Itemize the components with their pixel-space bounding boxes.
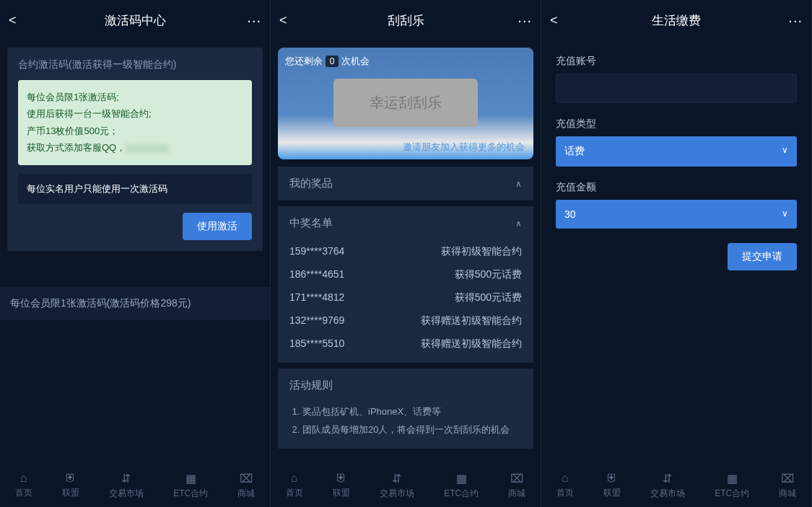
nav-market[interactable]: ⇵交易市场 [109, 472, 144, 500]
invite-link[interactable]: 邀请朋友加入获得更多的机会 [403, 141, 525, 154]
winners-list: 159****3764获得初级智能合约 186****4651获得500元话费 … [278, 240, 533, 363]
content: 您还剩余 0 次机会 幸运刮刮乐 邀请朋友加入获得更多的机会 我的奖品 ∧ 中奖… [271, 40, 541, 507]
my-prizes-accordion[interactable]: 我的奖品 ∧ [278, 167, 533, 200]
chevron-up-icon: ∧ [515, 179, 522, 189]
content: 合约激活码(激活获得一级智能合约) 每位会员限1张激活码; 使用后获得一台一级智… [0, 40, 270, 507]
mall-icon: ⌧ [240, 472, 253, 485]
content: 充值账号 充值类型 话费 充值金额 30 提交申请 [541, 40, 811, 507]
market-icon: ⇵ [392, 472, 401, 485]
back-button[interactable]: < [9, 13, 29, 28]
scratch-area[interactable]: 幸运刮刮乐 [333, 79, 478, 127]
account-input[interactable] [556, 74, 797, 103]
mall-icon: ⌧ [510, 472, 523, 485]
payment-form: 充值账号 充值类型 话费 充值金额 30 提交申请 [541, 40, 811, 285]
type-label: 充值类型 [556, 118, 797, 131]
nav-contract[interactable]: ▦ETC合约 [444, 472, 479, 500]
home-icon: ⌂ [291, 472, 298, 485]
winner-row: 185****5510获得赠送初级智能合约 [289, 332, 522, 356]
rules-list: 奖品包括矿机、iPhoneX、话费等 团队成员每增加20人，将会得到一次刮刮乐的… [289, 403, 522, 438]
button-row: 使用激活 [18, 213, 252, 240]
info-line: 每位会员限1张激活码; [27, 89, 243, 105]
mall-icon: ⌧ [781, 472, 794, 485]
panel-activation-code: < 激活码中心 ··· 合约激活码(激活获得一级智能合约) 每位会员限1张激活码… [0, 0, 271, 507]
accordion-label: 我的奖品 [289, 177, 333, 190]
activation-card: 合约激活码(激活获得一级智能合约) 每位会员限1张激活码; 使用后获得一台一级智… [7, 48, 263, 251]
nav-mall[interactable]: ⌧商城 [508, 472, 525, 500]
header: < 激活码中心 ··· [0, 0, 270, 40]
more-icon[interactable]: ··· [782, 12, 803, 29]
info-line: 产币13枚价值500元； [27, 123, 243, 139]
remain-count: 0 [326, 56, 339, 67]
contract-icon: ▦ [185, 472, 196, 485]
nav-contract[interactable]: ▦ETC合约 [173, 472, 208, 500]
alliance-icon: ⛨ [336, 472, 347, 485]
contract-icon: ▦ [727, 472, 738, 485]
activation-input[interactable]: 每位实名用户只能使用一次激活码 [18, 174, 252, 204]
bottom-nav: ⌂首页 ⛨联盟 ⇵交易市场 ▦ETC合约 ⌧商城 [0, 464, 270, 507]
market-icon: ⇵ [663, 472, 672, 485]
panel-scratch: < 刮刮乐 ··· 您还剩余 0 次机会 幸运刮刮乐 邀请朋友加入获得更多的机会… [271, 0, 541, 507]
card-title: 合约激活码(激活获得一级智能合约) [18, 58, 252, 71]
page-title: 激活码中心 [29, 12, 241, 29]
more-icon[interactable]: ··· [512, 12, 532, 29]
info-line: 使用后获得一台一级智能合约; [27, 105, 243, 122]
nav-alliance[interactable]: ⛨联盟 [62, 472, 79, 500]
submit-row: 提交申请 [556, 243, 797, 270]
info-line: 获取方式添加客服QQ， [27, 139, 243, 156]
contract-icon: ▦ [456, 472, 467, 485]
page-title: 刮刮乐 [300, 12, 512, 29]
nav-alliance[interactable]: ⛨联盟 [603, 472, 621, 500]
nav-home[interactable]: ⌂首页 [286, 472, 303, 500]
header: < 刮刮乐 ··· [271, 0, 541, 40]
back-button[interactable]: < [550, 13, 570, 28]
nav-market[interactable]: ⇵交易市场 [380, 472, 414, 500]
winner-row: 132****9769获得赠送初级智能合约 [289, 309, 522, 332]
home-icon: ⌂ [562, 472, 569, 485]
rule-item: 奖品包括矿机、iPhoneX、话费等 [302, 403, 522, 421]
scratch-banner: 您还剩余 0 次机会 幸运刮刮乐 邀请朋友加入获得更多的机会 [278, 48, 533, 159]
rule-item: 团队成员每增加20人，将会得到一次刮刮乐的机会 [302, 421, 522, 439]
market-icon: ⇵ [121, 472, 131, 485]
submit-button[interactable]: 提交申请 [728, 243, 797, 270]
blurred-qq [126, 144, 169, 154]
bottom-note: 每位会员限1张激活码(激活码价格298元) [0, 287, 270, 320]
back-button[interactable]: < [279, 13, 300, 28]
rules-section: 活动规则 奖品包括矿机、iPhoneX、话费等 团队成员每增加20人，将会得到一… [278, 369, 533, 449]
nav-mall[interactable]: ⌧商城 [779, 472, 796, 500]
home-icon: ⌂ [20, 472, 27, 485]
nav-home[interactable]: ⌂首页 [556, 472, 574, 500]
alliance-icon: ⛨ [65, 472, 77, 485]
bottom-nav: ⌂首页 ⛨联盟 ⇵交易市场 ▦ETC合约 ⌧商城 [271, 464, 541, 507]
panel-payment: < 生活缴费 ··· 充值账号 充值类型 话费 充值金额 30 提交申请 ⌂首页… [541, 0, 812, 507]
rules-title: 活动规则 [289, 379, 522, 392]
page-title: 生活缴费 [570, 12, 782, 29]
winner-row: 186****4651获得500元话费 [289, 263, 522, 286]
info-box: 每位会员限1张激活码; 使用后获得一台一级智能合约; 产币13枚价值500元； … [18, 80, 252, 165]
nav-market[interactable]: ⇵交易市场 [650, 472, 685, 500]
alliance-icon: ⛨ [606, 472, 618, 485]
bottom-nav: ⌂首页 ⛨联盟 ⇵交易市场 ▦ETC合约 ⌧商城 [541, 464, 811, 507]
winner-row: 159****3764获得初级智能合约 [289, 240, 522, 263]
nav-mall[interactable]: ⌧商城 [237, 472, 255, 500]
amount-select[interactable]: 30 [556, 200, 797, 229]
winners-accordion[interactable]: 中奖名单 ∧ [278, 206, 533, 240]
remain-text: 您还剩余 0 次机会 [285, 55, 526, 68]
accordion-label: 中奖名单 [289, 216, 333, 230]
winner-row: 171****4812获得500元话费 [289, 286, 522, 309]
nav-contract[interactable]: ▦ETC合约 [715, 472, 749, 500]
activate-button[interactable]: 使用激活 [183, 213, 252, 240]
account-label: 充值账号 [556, 55, 797, 68]
chevron-up-icon: ∧ [515, 219, 522, 229]
nav-home[interactable]: ⌂首页 [15, 472, 32, 500]
header: < 生活缴费 ··· [541, 0, 811, 40]
amount-label: 充值金额 [556, 181, 797, 194]
type-select[interactable]: 话费 [556, 136, 797, 167]
more-icon[interactable]: ··· [241, 12, 261, 29]
nav-alliance[interactable]: ⛨联盟 [333, 472, 350, 500]
